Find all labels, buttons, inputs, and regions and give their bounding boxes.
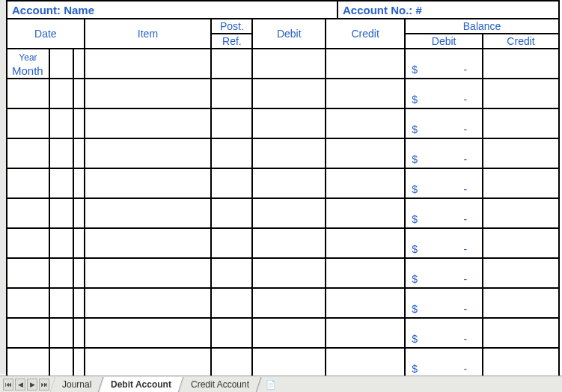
date-cell[interactable] [73,198,85,228]
balance-credit-cell[interactable] [483,348,559,378]
postref-cell[interactable] [211,138,252,168]
postref-cell[interactable] [211,348,252,378]
balance-debit-cell[interactable]: $- [405,258,483,288]
postref-cell[interactable] [211,198,252,228]
item-cell[interactable] [85,168,212,198]
date-cell[interactable] [7,138,49,168]
balance-credit-cell[interactable] [483,49,559,79]
date-cell[interactable] [73,138,85,168]
date-cell[interactable] [73,348,85,378]
tab-nav-first-icon[interactable]: ⏮ [3,379,13,391]
balance-credit-cell[interactable] [483,228,559,258]
date-cell[interactable] [49,288,73,318]
date-cell[interactable] [49,138,73,168]
credit-cell[interactable] [326,79,405,108]
balance-credit-cell[interactable] [483,138,559,168]
balance-debit-cell[interactable]: $- [405,198,483,228]
tab-nav-prev-icon[interactable]: ◀ [15,379,25,391]
debit-cell[interactable] [252,79,326,108]
postref-cell[interactable] [211,168,252,198]
balance-debit-cell[interactable]: $- [405,288,483,318]
date-cell[interactable] [7,258,49,288]
postref-cell[interactable] [211,318,252,348]
debit-cell[interactable] [252,138,326,168]
credit-cell[interactable] [326,348,405,378]
item-cell[interactable] [85,288,212,318]
new-sheet-icon[interactable]: 📄 [257,378,284,391]
date-cell[interactable] [73,49,85,79]
balance-debit-cell[interactable]: $- [405,228,483,258]
balance-debit-cell[interactable]: $- [405,79,483,108]
date-cell[interactable] [49,108,73,138]
item-cell[interactable] [85,79,212,108]
account-name-cell[interactable]: Account: Name [6,0,338,18]
postref-cell[interactable] [211,288,252,318]
balance-debit-cell[interactable]: $- [405,168,483,198]
balance-credit-cell[interactable] [483,258,559,288]
date-cell[interactable] [49,49,73,79]
postref-cell[interactable] [211,79,252,108]
balance-credit-cell[interactable] [483,288,559,318]
item-cell[interactable] [85,318,212,348]
tab-debit-account[interactable]: Debit Account [99,377,183,392]
credit-cell[interactable] [326,138,405,168]
date-cell[interactable] [49,228,73,258]
date-cell[interactable] [7,228,49,258]
date-cell[interactable] [7,318,49,348]
item-cell[interactable] [85,108,212,138]
date-cell[interactable] [7,108,49,138]
debit-cell[interactable] [252,348,326,378]
date-cell[interactable] [73,318,85,348]
item-cell[interactable] [85,258,212,288]
credit-cell[interactable] [326,168,405,198]
debit-cell[interactable] [252,318,326,348]
balance-debit-cell[interactable]: $- [405,49,483,79]
item-cell[interactable] [85,228,212,258]
date-cell[interactable] [73,258,85,288]
debit-cell[interactable] [252,258,326,288]
credit-cell[interactable] [326,258,405,288]
date-year-cell[interactable]: Year Month [7,49,49,79]
credit-cell[interactable] [326,49,405,79]
balance-debit-cell[interactable]: $- [405,318,483,348]
date-cell[interactable] [49,348,73,378]
postref-cell[interactable] [211,258,252,288]
date-cell[interactable] [7,79,49,108]
date-cell[interactable] [73,108,85,138]
balance-credit-cell[interactable] [483,198,559,228]
item-cell[interactable] [85,49,212,79]
credit-cell[interactable] [326,288,405,318]
date-cell[interactable] [49,258,73,288]
debit-cell[interactable] [252,168,326,198]
debit-cell[interactable] [252,49,326,79]
credit-cell[interactable] [326,198,405,228]
credit-cell[interactable] [326,318,405,348]
balance-debit-cell[interactable]: $- [405,138,483,168]
debit-cell[interactable] [252,198,326,228]
debit-cell[interactable] [252,228,326,258]
date-cell[interactable] [49,318,73,348]
date-cell[interactable] [73,288,85,318]
tab-journal[interactable]: Journal [50,377,104,392]
tab-credit-account[interactable]: Credit Account [179,377,262,392]
date-cell[interactable] [73,228,85,258]
balance-credit-cell[interactable] [483,168,559,198]
postref-cell[interactable] [211,49,252,79]
tab-nav-last-icon[interactable]: ⏭ [39,379,49,391]
credit-cell[interactable] [326,228,405,258]
account-number-cell[interactable]: Account No.: # [338,0,560,18]
balance-debit-cell[interactable]: $- [405,348,483,378]
tab-nav-next-icon[interactable]: ▶ [27,379,37,391]
item-cell[interactable] [85,198,212,228]
credit-cell[interactable] [326,108,405,138]
date-cell[interactable] [7,348,49,378]
date-cell[interactable] [49,79,73,108]
balance-credit-cell[interactable] [483,79,559,108]
date-cell[interactable] [7,198,49,228]
balance-credit-cell[interactable] [483,318,559,348]
item-cell[interactable] [85,348,212,378]
postref-cell[interactable] [211,108,252,138]
postref-cell[interactable] [211,228,252,258]
date-cell[interactable] [49,168,73,198]
date-cell[interactable] [49,198,73,228]
